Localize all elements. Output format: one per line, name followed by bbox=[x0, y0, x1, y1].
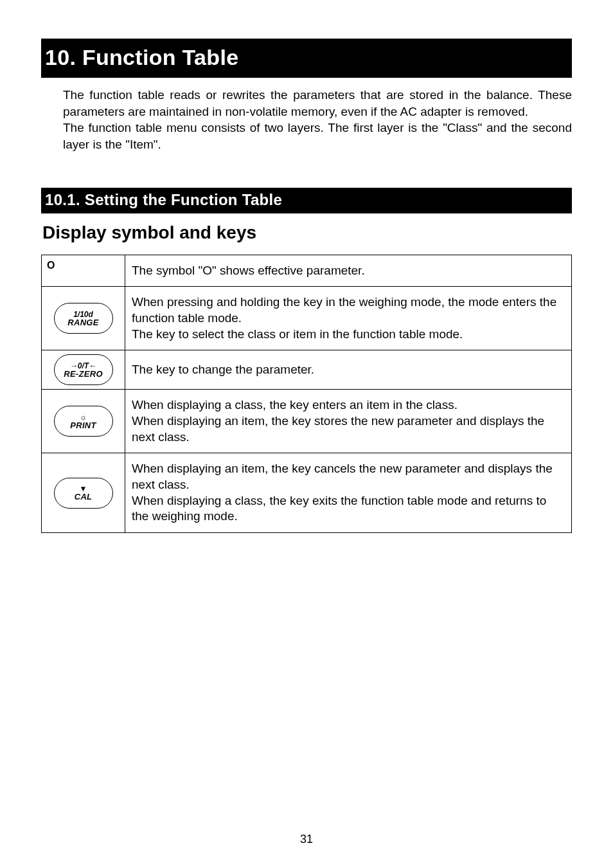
symbol-cell: O bbox=[42, 255, 125, 287]
range-key-bottom-label: RANGE bbox=[67, 318, 98, 327]
subheading: Display symbol and keys bbox=[42, 222, 572, 243]
range-key: 1/10d RANGE bbox=[54, 303, 113, 334]
print-key-desc-line1: When displaying a class, the key enters … bbox=[132, 398, 458, 411]
cal-key-bottom-label: CAL bbox=[75, 493, 93, 501]
intro-paragraph-1: The function table reads or rewrites the… bbox=[63, 87, 572, 120]
table-row: ☼ PRINT When displaying a class, the key… bbox=[42, 390, 572, 453]
chapter-title: 10. Function Table bbox=[45, 45, 238, 69]
range-key-desc-line2: The key to select the class or item in t… bbox=[132, 327, 463, 341]
rezero-key: →0/T← RE-ZERO bbox=[54, 354, 113, 385]
cal-key-description: When displaying an item, the key cancels… bbox=[125, 453, 572, 533]
print-key-desc-line2: When displaying an item, the key stores … bbox=[132, 414, 544, 444]
cal-key-desc-line1: When displaying an item, the key cancels… bbox=[132, 462, 553, 491]
intro-block: The function table reads or rewrites the… bbox=[63, 87, 572, 153]
rezero-key-top-label: →0/T← bbox=[70, 362, 96, 370]
print-key-description: When displaying a class, the key enters … bbox=[125, 390, 572, 453]
key-cell: 1/10d RANGE bbox=[42, 287, 125, 350]
cal-key-desc-line2: When displaying a class, the key exits t… bbox=[132, 494, 546, 523]
range-key-description: When pressing and holding the key in the… bbox=[125, 287, 572, 350]
print-key: ☼ PRINT bbox=[54, 406, 113, 437]
page-number: 31 bbox=[0, 833, 613, 846]
chapter-title-bar: 10. Function Table bbox=[41, 39, 572, 78]
cal-key: ▼ CAL bbox=[54, 478, 113, 509]
table-row: O The symbol "O" shows effective paramet… bbox=[42, 255, 572, 287]
print-key-bottom-label: PRINT bbox=[70, 421, 96, 429]
rezero-key-bottom-label: RE-ZERO bbox=[64, 370, 103, 378]
key-cell: →0/T← RE-ZERO bbox=[42, 350, 125, 390]
range-key-top-label: 1/10d bbox=[73, 311, 93, 318]
rezero-key-description: The key to change the parameter. bbox=[125, 350, 572, 390]
table-row: →0/T← RE-ZERO The key to change the para… bbox=[42, 350, 572, 390]
section-title-bar: 10.1. Setting the Function Table bbox=[41, 188, 572, 213]
table-row: ▼ CAL When displaying an item, the key c… bbox=[42, 453, 572, 533]
symbol-description: The symbol "O" shows effective parameter… bbox=[125, 255, 572, 287]
range-key-desc-line1: When pressing and holding the key in the… bbox=[132, 295, 556, 325]
key-cell: ▼ CAL bbox=[42, 453, 125, 533]
effective-parameter-symbol: O bbox=[44, 259, 122, 273]
key-cell: ☼ PRINT bbox=[42, 390, 125, 453]
section-title: 10.1. Setting the Function Table bbox=[45, 191, 282, 208]
intro-paragraph-2: The function table menu consists of two … bbox=[63, 120, 572, 152]
keys-table: O The symbol "O" shows effective paramet… bbox=[41, 255, 572, 534]
table-row: 1/10d RANGE When pressing and holding th… bbox=[42, 287, 572, 350]
